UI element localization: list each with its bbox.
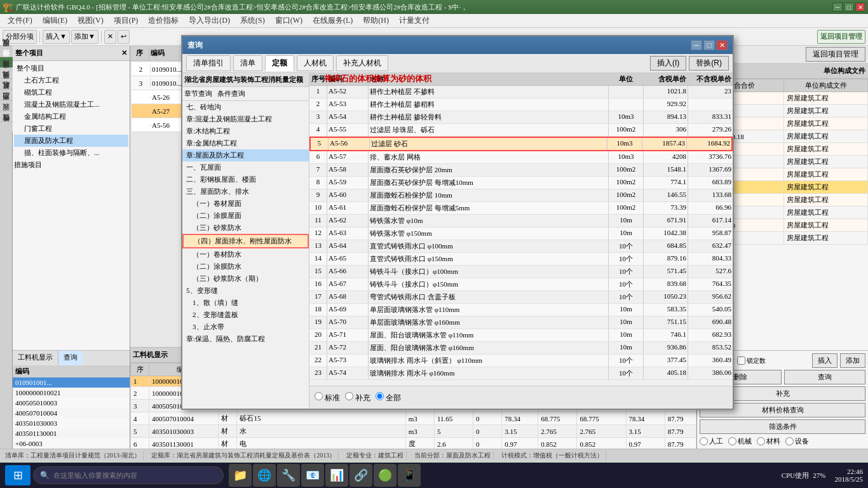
- radio-standard-label: 标准: [315, 392, 340, 403]
- chapter-waterproof[interactable]: 三、屋面防水、排水: [182, 186, 309, 198]
- dialog-replace-btn[interactable]: 替换(R): [689, 56, 729, 71]
- search-placeholder: 在这里输入你要搜索的内容: [53, 471, 137, 480]
- dialog-row-10[interactable]: 10 A5-61 屋面撒蛭石粉保护层 每增减5mm 100m2 73.39 66…: [309, 202, 733, 215]
- dialog-chapter-header: 湖北省房屋建筑与装饰工程消耗量定额: [182, 73, 309, 87]
- dialog-overlay: 查询 ─ □ ✕ 清单指引 清单 定额 人材机 补充人材机 插入(I) 替换(R…: [0, 0, 868, 488]
- chapter-roll2[interactable]: （一）卷材防水: [182, 248, 309, 261]
- dialog-row-15[interactable]: 15 A5-66 铸铁斗斗（接水口）φ100mm 10个 571.45 527.…: [309, 266, 733, 278]
- radio-all[interactable]: [376, 392, 384, 400]
- dialog-tab-labor[interactable]: 人材机: [297, 55, 334, 71]
- chapter-mortar[interactable]: （三）砂浆防水: [182, 222, 309, 234]
- dialog-row-1[interactable]: 1 A5-52 耕作土种植层 不掺料 1021.8 23: [309, 86, 733, 98]
- dialog-row-7[interactable]: 7 A5-58 屋面撒石英砂保护层 20mm 100m2 1548.1 1367…: [309, 164, 733, 177]
- taskbar-app-5[interactable]: 📊: [325, 464, 348, 487]
- dialog-maximize[interactable]: □: [703, 40, 715, 50]
- radio-standard[interactable]: [315, 392, 323, 400]
- chapter-expjoint[interactable]: 5、变形缝: [182, 285, 309, 297]
- chapter-roof[interactable]: 章:屋面及防水工程: [182, 149, 309, 161]
- dialog-title-bar: 查询 ─ □ ✕: [182, 36, 733, 54]
- dialog-tab-quota[interactable]: 定额: [265, 55, 294, 71]
- dialog-row-4[interactable]: 4 A5-55 过滤层 珍珠层、砾石 100m2 306 279.26: [309, 124, 733, 137]
- taskbar-app-8[interactable]: 📱: [398, 464, 421, 487]
- dialog-title-btns: ─ □ ✕: [691, 40, 728, 50]
- dialog-row-16[interactable]: 16 A5-67 铸铁斗斗（接水口）φ150mm 10个 839.68 764.…: [309, 278, 733, 291]
- dialog-right-panel: 序号 编码 名称 单位 含税单价 不含税单价 1 A5-52 耕作土种植层 不掺…: [309, 73, 733, 409]
- dialog-row-18[interactable]: 18 A5-69 单层面玻璃钢落水管 φ110mm 10m 583.35 540…: [309, 304, 733, 316]
- dialog-chapter-label: 章节查询: [184, 89, 212, 98]
- dialog-content: 湖北省房屋建筑与装饰工程消耗量定额 章节查询 条件查询 七、砖地沟 章:混凝土及…: [182, 73, 733, 409]
- dialog-row-9[interactable]: 9 A5-60 屋面撒蛭石粉保护层 10mm 100m2 146.55 133.…: [309, 189, 733, 202]
- dialog-tab-supplement[interactable]: 补充人材机: [336, 55, 388, 71]
- chapter-tree: 七、砖地沟 章:混凝土及钢筋混凝土工程 章:木结构工程 章:金属结构工程 章:屋…: [182, 101, 309, 409]
- dialog-row-19[interactable]: 19 A5-70 单层面玻璃钢落水管 φ160mm 10m 751.15 690…: [309, 316, 733, 329]
- taskbar-app-2[interactable]: 🌐: [253, 464, 276, 487]
- dialog-row-23[interactable]: 23 A5-74 玻璃钢排水 雨水斗 φ160mm 10个 405.18 386…: [309, 367, 733, 380]
- chapter-cover[interactable]: 2、变形缝盖板: [182, 309, 309, 321]
- clock-date: 2018/5/25: [834, 475, 863, 483]
- chapter-scatter[interactable]: 1、散（填）缝: [182, 297, 309, 309]
- dialog-title-text: 查询: [187, 40, 203, 51]
- annotation-text: 将碎石的体积换算为砂的体积: [324, 74, 431, 83]
- dialog-row-2[interactable]: 2 A5-53 耕作土种植层 掺稻料 929.92: [309, 98, 733, 111]
- dialog-row-12[interactable]: 12 A5-63 铸铁落水管 φ150mm 10m 1042.38 958.87: [309, 227, 733, 240]
- chapter-insulation[interactable]: 章:保温、隔热、防腐工程: [182, 333, 309, 345]
- clock-time: 22:46: [834, 468, 863, 475]
- taskbar-app-6[interactable]: 🔗: [349, 464, 372, 487]
- dialog-row-20[interactable]: 20 A5-71 屋面、阳台玻璃钢落水管 φ110mm 10m 746.1 68…: [309, 329, 733, 342]
- taskbar-apps: 📁 🌐 🔧 📧 📊 🔗 🟢 📱: [229, 464, 421, 487]
- dialog-tab-list-guide[interactable]: 清单指引: [186, 55, 231, 71]
- dialog-row-14[interactable]: 14 A5-65 直管式铸铁雨水口 φ150mm 10个 879.16 804.…: [309, 253, 733, 266]
- cpu-label: CPU使用: [782, 471, 809, 480]
- taskbar-search[interactable]: 🔍 在这里输入你要搜索的内容: [33, 466, 224, 484]
- chapter-coat2[interactable]: （二）涂膜防水: [182, 261, 309, 273]
- dialog-insert-btn[interactable]: 插入(I): [650, 56, 686, 71]
- dialog-search-type: 章节查询 条件查询: [182, 87, 309, 101]
- dialog-toolbar: 清单指引 清单 定额 人材机 补充人材机 插入(I) 替换(R): [182, 54, 733, 73]
- dialog-row-6[interactable]: 6 A5-57 排、蓄水层 网格 10m3 4208 3736.76: [309, 151, 733, 164]
- taskbar: ⊞ 🔍 在这里输入你要搜索的内容 📁 🌐 🔧 📧 📊 🔗 🟢 📱 CPU使用 2…: [0, 463, 868, 488]
- radio-standard-group: 标准 补充 全部: [315, 392, 401, 403]
- dialog-minimize[interactable]: ─: [691, 40, 702, 50]
- dialog-row-3[interactable]: 3 A5-54 耕作土种植层 掺轻骨料 10m3 894.13 833.31: [309, 111, 733, 124]
- chapter-roll[interactable]: （一）卷材屋面: [182, 198, 309, 210]
- radio-supplement[interactable]: [345, 392, 353, 400]
- annotation: 将碎石的体积换算为砂的体积: [324, 73, 779, 85]
- dialog-row-22[interactable]: 22 A5-73 玻璃钢排水 雨水斗（斜置） φ110mm 10个 377.45…: [309, 355, 733, 367]
- start-button[interactable]: ⊞: [5, 465, 31, 485]
- dialog-condition-label: 条件查询: [217, 89, 245, 98]
- taskbar-app-3[interactable]: 🔧: [277, 464, 300, 487]
- dialog-tab-list[interactable]: 清单: [233, 55, 262, 71]
- chapter-drain[interactable]: （四）屋面排水、刚性屋面防水: [182, 234, 309, 248]
- dialog-row-5[interactable]: 5 A5-56 过滤层 砂石 10m3 1857.43 1684.92: [309, 137, 733, 151]
- chapter-steel[interactable]: 二、彩钢板屋面、楼面: [182, 173, 309, 186]
- radio-supplement-label: 补充: [345, 392, 370, 403]
- dialog-row-13[interactable]: 13 A5-64 直管式铸铁雨水口 φ100mm 10个 684.85 632.…: [309, 240, 733, 253]
- dialog-row-11[interactable]: 11 A5-62 铸铁落水管 φ10m 10m 671.91 617.14: [309, 215, 733, 227]
- taskbar-app-7[interactable]: 🟢: [374, 464, 397, 487]
- chapter-concrete-main[interactable]: 章:混凝土及钢筋混凝土工程: [182, 113, 309, 125]
- dialog-left-panel: 湖北省房屋建筑与装饰工程消耗量定额 章节查询 条件查询 七、砖地沟 章:混凝土及…: [182, 73, 309, 409]
- dialog-row-17[interactable]: 17 A5-68 弯管式铸铁雨水口 含盖子板 10个 1050.23 956.6…: [309, 291, 733, 304]
- dialog-footer: 标准 补充 全部: [309, 386, 733, 409]
- chapter-mortar2[interactable]: （三）砂浆防水（期）: [182, 273, 309, 285]
- dialog-row-8[interactable]: 8 A5-59 屋面撒石英砂保护层 每增减10mm 100m2 774.1 68…: [309, 177, 733, 189]
- taskbar-app-1[interactable]: 📁: [229, 464, 252, 487]
- search-icon: 🔍: [40, 471, 50, 480]
- dialog-table-body: 1 A5-52 耕作土种植层 不掺料 1021.8 23 2 A5-53 耕作土…: [309, 86, 733, 386]
- taskbar-clock: 22:46 2018/5/25: [834, 468, 863, 483]
- dialog-close[interactable]: ✕: [716, 40, 728, 50]
- chapter-brick[interactable]: 七、砖地沟: [182, 101, 309, 113]
- chapter-tile[interactable]: 一、瓦屋面: [182, 161, 309, 173]
- taskbar-system-area: CPU使用 27% 22:46 2018/5/25: [782, 468, 863, 483]
- taskbar-app-4[interactable]: 📧: [301, 464, 324, 487]
- radio-all-label: 全部: [376, 392, 401, 403]
- chapter-stopper[interactable]: 3、止水带: [182, 321, 309, 333]
- chapter-coat[interactable]: （二）涂膜屋面: [182, 210, 309, 222]
- chapter-metal[interactable]: 章:金属结构工程: [182, 137, 309, 149]
- chapter-wood[interactable]: 章:木结构工程: [182, 125, 309, 137]
- dialog-row-21[interactable]: 21 A5-72 屋面、阳台玻璃钢落水管 φ160mm 10m 936.86 8…: [309, 342, 733, 355]
- cpu-usage: 27%: [813, 471, 825, 479]
- query-dialog: 查询 ─ □ ✕ 清单指引 清单 定额 人材机 补充人材机 插入(I) 替换(R…: [181, 35, 734, 410]
